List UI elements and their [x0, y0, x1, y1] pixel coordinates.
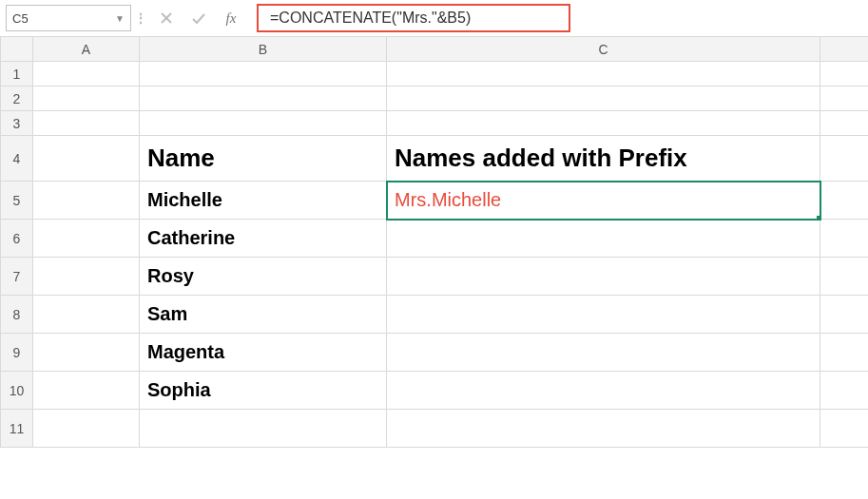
cell-C3[interactable] [387, 111, 820, 136]
formula-input[interactable] [268, 9, 559, 28]
col-header-A[interactable]: A [33, 37, 140, 62]
cell-B9[interactable]: Magenta [140, 334, 387, 372]
col-header-D[interactable] [820, 37, 869, 62]
row-label: 3 [13, 116, 21, 131]
cell-A2[interactable] [33, 86, 140, 111]
name-box[interactable]: C5 ▼ [6, 5, 131, 31]
row-label: 7 [13, 269, 21, 284]
row-header-4[interactable]: 4 [1, 136, 33, 182]
col-label: A [82, 42, 90, 57]
col-header-C[interactable]: C [387, 37, 820, 62]
cell-B4[interactable]: Name [140, 136, 387, 182]
cell-B8[interactable]: Sam [140, 296, 387, 334]
cell-D5[interactable] [820, 182, 869, 220]
name-value: Sophia [147, 379, 211, 400]
row-label: 8 [13, 307, 21, 322]
row-header-9[interactable]: 9 [1, 334, 33, 372]
cell-D11[interactable] [820, 410, 869, 448]
cell-D2[interactable] [820, 86, 869, 111]
cell-C9[interactable] [387, 334, 820, 372]
cell-C8[interactable] [387, 296, 820, 334]
cell-A5[interactable] [33, 182, 140, 220]
chevron-down-icon: ▼ [115, 13, 125, 24]
row-header-7[interactable]: 7 [1, 258, 33, 296]
cell-B11[interactable] [140, 410, 387, 448]
cell-B10[interactable]: Sophia [140, 372, 387, 410]
row-header-11[interactable]: 11 [1, 410, 33, 448]
col-header-B[interactable]: B [140, 37, 387, 62]
cell-D6[interactable] [820, 220, 869, 258]
cell-D8[interactable] [820, 296, 869, 334]
row-label: 1 [13, 67, 21, 82]
cell-B7[interactable]: Rosy [140, 258, 387, 296]
cell-B2[interactable] [140, 86, 387, 111]
row-label: 2 [13, 91, 21, 106]
col-label: B [259, 42, 267, 57]
cell-D3[interactable] [820, 111, 869, 136]
cell-A11[interactable] [33, 410, 140, 448]
cell-C6[interactable] [387, 220, 820, 258]
row-11: 11 [1, 410, 869, 448]
cell-D1[interactable] [820, 62, 869, 86]
cell-D9[interactable] [820, 334, 869, 372]
column-title-prefix: Names added with Prefix [395, 144, 687, 172]
cell-A9[interactable] [33, 334, 140, 372]
row-header-2[interactable]: 2 [1, 86, 33, 111]
cell-C4[interactable]: Names added with Prefix [387, 136, 820, 182]
row-label: 5 [13, 193, 21, 208]
cell-C2[interactable] [387, 86, 820, 111]
enter-formula-button[interactable] [183, 5, 215, 31]
grid-table: A B C 1 2 3 4 [0, 36, 868, 448]
col-label: C [598, 42, 608, 57]
column-header-row: A B C [1, 37, 869, 62]
cell-A4[interactable] [33, 136, 140, 182]
row-label: 4 [13, 151, 21, 166]
row-7: 7 Rosy [1, 258, 869, 296]
row-header-5[interactable]: 5 [1, 182, 33, 220]
row-label: 6 [13, 231, 21, 246]
name-value: Rosy [147, 265, 194, 286]
cell-C7[interactable] [387, 258, 820, 296]
row-5: 5 Michelle Mrs.Michelle [1, 182, 869, 220]
cancel-formula-button[interactable] [150, 5, 183, 31]
row-4: 4 Name Names added with Prefix [1, 136, 869, 182]
cell-D10[interactable] [820, 372, 869, 410]
check-icon [191, 11, 206, 25]
row-header-10[interactable]: 10 [1, 372, 33, 410]
cell-C11[interactable] [387, 410, 820, 448]
cell-B1[interactable] [140, 62, 387, 86]
cell-A10[interactable] [33, 372, 140, 410]
cell-A1[interactable] [33, 62, 140, 86]
name-value: Magenta [147, 341, 224, 362]
row-1: 1 [1, 62, 869, 86]
insert-function-button[interactable]: fx [215, 5, 247, 31]
x-icon [160, 11, 173, 25]
row-header-6[interactable]: 6 [1, 220, 33, 258]
cell-B5[interactable]: Michelle [140, 182, 387, 220]
row-header-3[interactable]: 3 [1, 111, 33, 136]
row-label: 10 [10, 383, 25, 398]
formula-bar: C5 ▼ ⋮ fx [0, 0, 868, 36]
name-value: Sam [147, 303, 187, 324]
cell-B3[interactable] [140, 111, 387, 136]
separator-icon: ⋮ [131, 10, 150, 26]
cell-C5[interactable]: Mrs.Michelle [387, 182, 820, 220]
cell-A7[interactable] [33, 258, 140, 296]
row-2: 2 [1, 86, 869, 111]
row-header-1[interactable]: 1 [1, 62, 33, 86]
row-label: 9 [13, 345, 21, 360]
cell-C1[interactable] [387, 62, 820, 86]
cell-A6[interactable] [33, 220, 140, 258]
name-box-value: C5 [12, 11, 29, 26]
select-all-corner[interactable] [1, 37, 33, 62]
row-8: 8 Sam [1, 296, 869, 334]
cell-D7[interactable] [820, 258, 869, 296]
cell-A8[interactable] [33, 296, 140, 334]
cell-B6[interactable]: Catherine [140, 220, 387, 258]
row-3: 3 [1, 111, 869, 136]
cell-D4[interactable] [820, 136, 869, 182]
cell-C10[interactable] [387, 372, 820, 410]
row-header-8[interactable]: 8 [1, 296, 33, 334]
spreadsheet-grid[interactable]: A B C 1 2 3 4 [0, 36, 868, 448]
cell-A3[interactable] [33, 111, 140, 136]
